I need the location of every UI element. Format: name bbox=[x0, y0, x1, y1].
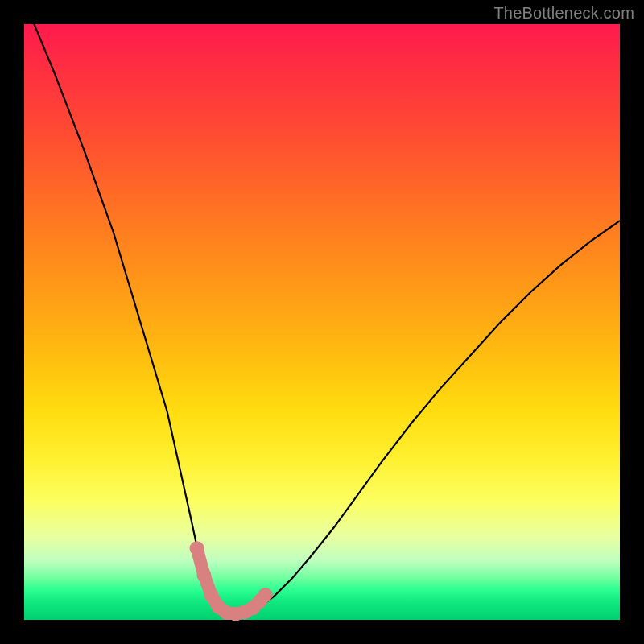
bottleneck-curve bbox=[24, 0, 620, 613]
marker-dot bbox=[190, 541, 204, 555]
marker-dot bbox=[196, 568, 211, 583]
chart-svg bbox=[24, 24, 620, 620]
marker-group bbox=[190, 541, 273, 621]
watermark-label: TheBottleneck.com bbox=[493, 4, 634, 23]
marker-dot bbox=[258, 588, 273, 602]
outer-frame: TheBottleneck.com bbox=[0, 0, 644, 644]
plot-area bbox=[24, 24, 620, 620]
